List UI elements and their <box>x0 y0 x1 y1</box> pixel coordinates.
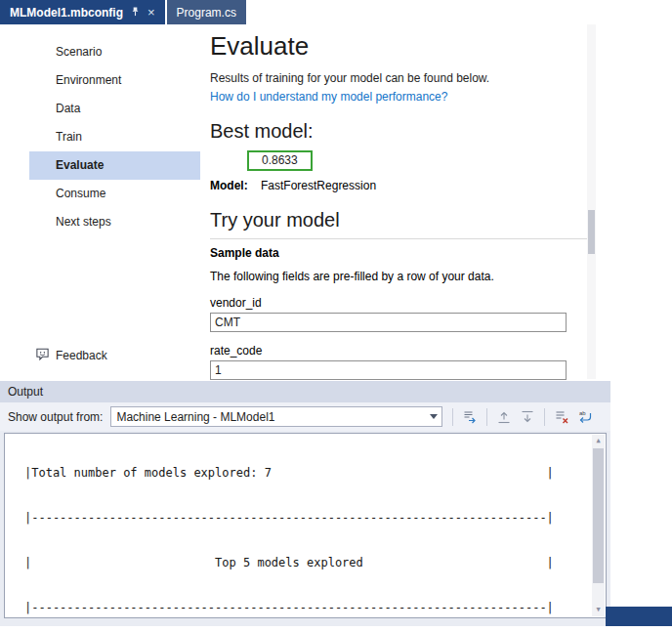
vs-window: MLModel1.mbconfig × Program.cs Scenario … <box>0 0 672 632</box>
section-divider <box>210 238 596 239</box>
feedback-button[interactable]: Feedback <box>35 347 107 364</box>
rate-code-label: rate_code <box>210 344 567 358</box>
word-wrap-button[interactable]: ab <box>574 406 596 428</box>
clear-all-icon <box>554 409 569 425</box>
sidebar-item-data[interactable]: Data <box>29 95 200 123</box>
console-scrollbar-thumb[interactable] <box>593 448 604 583</box>
tab-program-cs[interactable]: Program.cs <box>167 0 246 24</box>
tab-label: Program.cs <box>177 6 236 20</box>
window-corner <box>606 607 672 626</box>
sample-data-label: Sample data <box>210 246 567 261</box>
previous-message-icon <box>496 409 512 425</box>
dropdown-arrow-button[interactable] <box>425 407 441 426</box>
best-model-score-row: 0.8633 <box>210 150 567 171</box>
try-model-heading: Try your model <box>210 207 567 232</box>
vendor-id-input[interactable] <box>210 313 567 332</box>
best-model-name-row: Model: FastForestRegression <box>210 179 567 193</box>
sidebar-item-next-steps[interactable]: Next steps <box>29 208 200 236</box>
sidebar-item-consume[interactable]: Consume <box>29 180 200 208</box>
best-model-score: 0.8633 <box>247 150 313 171</box>
model-label: Model: <box>210 179 248 192</box>
console-output[interactable]: |Total number of models explored: 7 | |-… <box>4 433 607 618</box>
scroll-down-icon[interactable]: ▼ <box>592 604 605 616</box>
pin-icon[interactable] <box>130 6 141 20</box>
console-line: |---------------------------------------… <box>24 511 606 526</box>
console-scrollbar[interactable]: ▲ ▼ <box>592 435 605 616</box>
output-source-dropdown[interactable]: Machine Learning - MLModel1 <box>110 406 442 427</box>
tab-label: MLModel1.mbconfig <box>10 6 123 20</box>
output-panel-title: Output <box>0 381 610 402</box>
next-message-icon <box>520 409 535 425</box>
vendor-id-label: vendor_id <box>210 296 567 311</box>
sidebar-item-train[interactable]: Train <box>29 123 200 151</box>
tab-mlmodel1-mbconfig[interactable]: MLModel1.mbconfig × <box>0 0 165 24</box>
model-value: FastForestRegression <box>261 179 376 192</box>
step-nav: Scenario Environment Data Train Evaluate… <box>0 24 207 236</box>
mbconfig-step-sidebar: Scenario Environment Data Train Evaluate… <box>0 24 207 381</box>
console-line: |---------------------------------------… <box>24 601 606 615</box>
console-line: | Top 5 models explored | <box>24 556 606 570</box>
best-model-heading: Best model: <box>210 118 567 144</box>
model-performance-link[interactable]: How do I understand my model performance… <box>210 90 567 105</box>
rate-code-input[interactable] <box>210 360 567 380</box>
toolbar-separator <box>486 408 487 426</box>
sidebar-item-environment[interactable]: Environment <box>29 66 200 95</box>
word-wrap-icon: ab <box>577 409 593 425</box>
output-panel: Output Show output from: Machine Learnin… <box>0 381 610 626</box>
sidebar-item-evaluate[interactable]: Evaluate <box>29 151 200 180</box>
console-line: |Total number of models explored: 7 | <box>24 466 606 481</box>
sample-data-description: The following fields are pre-filled by a… <box>210 270 567 284</box>
output-source-selected: Machine Learning - MLModel1 <box>111 410 425 424</box>
chevron-down-icon <box>430 414 438 419</box>
toolbar-separator <box>544 408 545 426</box>
close-icon[interactable]: × <box>147 6 155 19</box>
page-description: Results of training for your model can b… <box>210 71 567 86</box>
find-message-button[interactable] <box>459 406 481 428</box>
output-toolbar: Show output from: Machine Learning - MLM… <box>0 402 610 431</box>
feedback-icon <box>35 347 50 364</box>
feedback-label: Feedback <box>56 349 107 362</box>
previous-message-button[interactable] <box>493 406 515 428</box>
sidebar-item-scenario[interactable]: Scenario <box>29 38 200 66</box>
next-message-button[interactable] <box>517 406 538 428</box>
show-output-from-label: Show output from: <box>8 410 103 424</box>
toolbar-separator <box>452 408 453 426</box>
main-scrollbar[interactable] <box>587 24 596 379</box>
document-tab-strip: MLModel1.mbconfig × Program.cs <box>0 0 672 24</box>
scroll-up-icon[interactable]: ▲ <box>592 435 605 447</box>
clear-all-button[interactable] <box>551 406 572 428</box>
page-title: Evaluate <box>210 30 567 62</box>
svg-text:ab: ab <box>579 410 586 416</box>
find-message-icon <box>462 409 478 425</box>
main-scrollbar-thumb[interactable] <box>588 210 595 254</box>
evaluate-page: Evaluate Results of training for your mo… <box>210 24 567 380</box>
